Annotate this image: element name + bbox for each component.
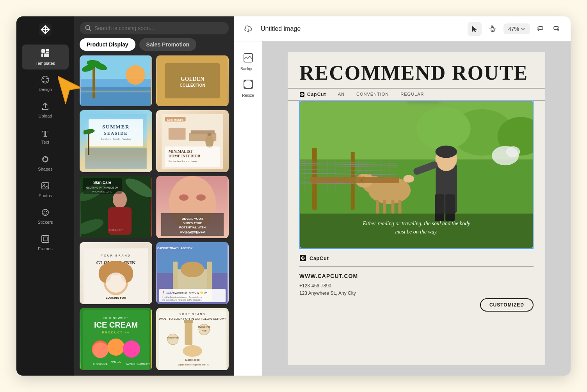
template-card[interactable]: YOUR BRAND GLOWING SKIN LOOKING FOR <box>80 242 152 304</box>
template-card[interactable] <box>80 55 152 106</box>
svg-text:Targets multiple signs to lock: Targets multiple signs to lock in <box>176 363 208 366</box>
svg-point-104 <box>107 339 125 356</box>
capcut-watermark: CapCut <box>299 255 534 262</box>
sidebar-item-templates[interactable]: Templates <box>22 45 69 69</box>
canvas-area: Untitled image 47% <box>234 16 571 376</box>
chevron-down-icon <box>521 27 525 31</box>
upload-label: Upload <box>39 114 52 118</box>
svg-rect-167 <box>383 200 386 214</box>
background-icon <box>243 52 254 65</box>
sidebar-item-frames[interactable]: Frames <box>22 230 69 255</box>
templates-icon <box>41 48 50 59</box>
text-icon: T <box>42 129 48 138</box>
select-tool-button[interactable] <box>468 22 482 36</box>
background-tool-label: Backgr... <box>240 67 256 71</box>
svg-text:LOOKING FOR: LOOKING FOR <box>106 296 126 299</box>
filter-product-display[interactable]: Product Display <box>80 38 135 51</box>
photos-icon <box>41 182 50 192</box>
svg-rect-26 <box>92 67 95 98</box>
svg-point-139 <box>416 107 471 150</box>
svg-text:SEASIDE: SEASIDE <box>104 131 128 135</box>
svg-rect-30 <box>81 91 151 92</box>
resize-tool[interactable]: Resize <box>237 76 259 101</box>
svg-text:the sunset and relaxing in the: the sunset and relaxing in the suburbs. <box>162 299 202 301</box>
svg-rect-6 <box>41 53 43 57</box>
nav-item-2[interactable]: CONVENTION <box>356 92 389 97</box>
background-tool[interactable]: Backgr... <box>237 49 259 74</box>
sidebar-item-text[interactable]: T Text <box>22 124 69 149</box>
template-card[interactable]: SIDEBARNY Skin Care GLOWING WITH PRIDE O… <box>80 176 152 238</box>
svg-point-9 <box>43 78 44 79</box>
search-bar[interactable] <box>80 22 229 34</box>
footer-address: 123 Anywhere St., Any City <box>299 290 534 297</box>
nav-item-3[interactable]: REGULAR <box>400 92 424 97</box>
svg-text:POTENTIAL WITH: POTENTIAL WITH <box>179 226 206 229</box>
svg-text:SIDEBARNY: SIDEBARNY <box>109 229 123 231</box>
customize-button[interactable]: CUSTOMIZED <box>480 298 534 312</box>
svg-rect-170 <box>310 177 399 183</box>
cloud-save-icon[interactable] <box>242 23 254 35</box>
canvas-document[interactable]: RECOMMEND ROUTE CapCut <box>288 52 545 365</box>
search-input[interactable] <box>94 25 223 31</box>
template-card[interactable]: NEW TRENDS MINIMALIST HOME INTERIOR Get … <box>156 110 229 172</box>
svg-text:FORMULAS: FORMULAS <box>185 232 200 235</box>
footer-divider <box>299 266 534 267</box>
svg-text:It is the best tourist report : It is the best tourist report for watchi… <box>162 296 202 298</box>
svg-text:Skin Care: Skin Care <box>93 180 112 185</box>
undo-button[interactable] <box>534 23 546 35</box>
template-nav: CapCut AN CONVENTION REGULAR <box>288 88 545 101</box>
template-card[interactable]: YOUR BRAND WANT TO LOOK FOR IN OUR GLOW … <box>156 308 229 370</box>
sidebar-item-photos[interactable]: Photos <box>22 177 69 202</box>
sidebar-item-shapes[interactable]: Shapes <box>22 151 69 176</box>
svg-rect-42 <box>88 131 89 155</box>
svg-rect-18 <box>42 235 49 242</box>
template-card[interactable]: UNVEIL YOUR SKIN'S TRUE POTENTIAL WITH O… <box>156 176 229 238</box>
side-tools: Backgr... Resize <box>234 41 262 376</box>
svg-point-25 <box>126 65 145 85</box>
nav-item-1[interactable]: AN <box>338 92 345 97</box>
design-label: Design <box>39 87 52 92</box>
template-card[interactable]: SUMMER SEASIDE Sunshine · Beach · Paradi… <box>80 110 152 172</box>
zoom-control[interactable]: 47% <box>503 23 530 34</box>
sidebar-item-design[interactable]: Design <box>22 71 69 96</box>
svg-point-10 <box>46 78 48 79</box>
svg-rect-3 <box>41 49 45 53</box>
svg-point-173 <box>435 146 457 158</box>
shapes-icon <box>41 155 50 165</box>
svg-text:OUR NEWSET: OUR NEWSET <box>103 316 128 320</box>
canvas-body: Backgr... Resize <box>234 41 571 376</box>
filter-sales-promotion[interactable]: Sales Promotion <box>139 38 196 51</box>
svg-point-177 <box>403 175 414 183</box>
svg-rect-12 <box>43 157 48 162</box>
svg-text:must be on the way.: must be on the way. <box>395 229 438 235</box>
svg-text:CHOCOLATE: CHOCOLATE <box>93 363 108 365</box>
filter-buttons: Product Display Sales Promotion <box>74 38 234 55</box>
svg-text:Hyaluronic: Hyaluronic <box>198 326 210 328</box>
frames-label: Frames <box>38 246 52 251</box>
capcut-brand: CapCut <box>307 92 326 97</box>
svg-text:Either reading or traveling, t: Either reading or traveling, the soul an… <box>362 221 470 226</box>
toolbar-right: 47% <box>468 22 563 36</box>
upload-icon <box>41 102 50 112</box>
redo-button[interactable] <box>550 23 563 35</box>
template-footer: CapCut WWW.CAPCUT.COM +123-456-7890 123 … <box>288 249 545 321</box>
template-card[interactable]: CAPCUT TRAVEL AGENCY 📍 123 Anywhere St.,… <box>156 242 229 304</box>
sidebar-item-stickers[interactable]: Stickers <box>22 204 69 229</box>
svg-text:PRODUCT ~~: PRODUCT ~~ <box>102 331 130 334</box>
svg-rect-19 <box>43 237 47 241</box>
svg-rect-7 <box>44 53 49 57</box>
template-card[interactable]: GOLDEN COLLECTION <box>156 55 229 106</box>
sidebar-item-upload[interactable]: Upload <box>22 98 69 123</box>
svg-rect-115 <box>185 322 192 345</box>
svg-text:RASPBERRY: RASPBERRY <box>137 363 150 365</box>
svg-text:SUMMER: SUMMER <box>102 124 130 130</box>
svg-text:GLOWING WITH PRIDE OF: GLOWING WITH PRIDE OF <box>86 186 118 189</box>
pan-tool-button[interactable] <box>486 22 500 36</box>
capcut-watermark-icon <box>299 255 306 262</box>
svg-point-70 <box>196 194 206 201</box>
app-logo[interactable] <box>37 21 54 38</box>
template-card[interactable]: OUR NEWSET ICE CREAM PRODUCT ~~ CHOCOLAT… <box>80 308 152 370</box>
photos-label: Photos <box>39 193 52 198</box>
stickers-icon <box>41 208 50 218</box>
selected-image[interactable]: Either reading or traveling, the soul an… <box>299 101 534 249</box>
